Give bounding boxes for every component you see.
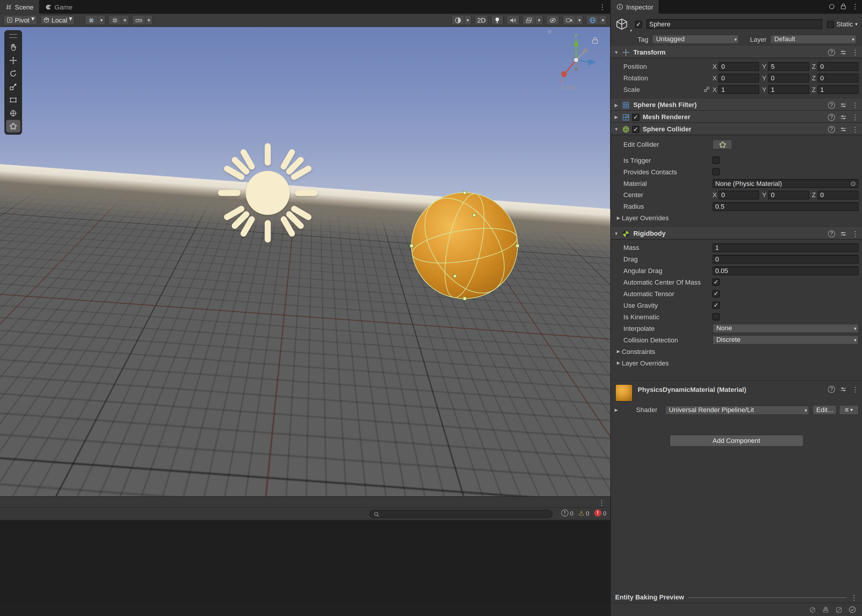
shading-mode-dropdown[interactable]: ▾	[451, 15, 472, 25]
mesh-renderer-header[interactable]: ▶ ✓ Mesh Renderer ? ⋮	[611, 111, 862, 123]
scene-camera-dropdown[interactable]: ▾	[562, 15, 583, 25]
mesh-filter-foldout-icon[interactable]: ▶	[613, 102, 620, 108]
gameobject-icon-button[interactable]: ▾	[615, 17, 632, 30]
is-trigger-checkbox[interactable]	[713, 157, 720, 163]
warning-count-toggle[interactable]: ⚠ 0	[578, 509, 589, 516]
status-ok-icon[interactable]	[848, 606, 857, 614]
layer-dropdown[interactable]: Default ▾	[770, 35, 856, 44]
rigidbody-help-icon[interactable]: ?	[828, 230, 835, 237]
mesh-renderer-enabled-checkbox[interactable]: ✓	[632, 113, 639, 121]
info-count-toggle[interactable]: ! 0	[561, 509, 573, 516]
material-presets-icon[interactable]	[840, 386, 847, 393]
mass-field[interactable]: 1	[713, 243, 859, 252]
material-foldout-icon[interactable]: ▶	[613, 408, 620, 413]
rigidbody-layer-overrides-foldout[interactable]: ▶ Layer Overrides	[611, 357, 860, 369]
scale-z-field[interactable]: 1	[818, 85, 859, 94]
scene-audio-toggle[interactable]	[507, 15, 520, 25]
tag-dropdown[interactable]: Untagged ▾	[652, 35, 739, 44]
gameobject-name-field[interactable]: Sphere	[647, 19, 823, 29]
console-panel-menu-icon[interactable]: ⋮	[598, 499, 605, 506]
sphere-object[interactable]	[407, 188, 522, 303]
static-dropdown-icon[interactable]: ▾	[855, 21, 857, 27]
angular-drag-field[interactable]: 0.05	[713, 266, 859, 275]
pivot-dropdown[interactable]: Pivot ▾	[3, 15, 37, 25]
mesh-renderer-menu-icon[interactable]: ⋮	[852, 113, 859, 121]
layers-status-icon[interactable]	[822, 606, 830, 614]
sphere-collider-enabled-checkbox[interactable]: ✓	[632, 126, 639, 133]
custom-editor-tool-button[interactable]	[6, 120, 20, 132]
tab-inspector[interactable]: Inspector	[611, 0, 659, 14]
provides-contacts-checkbox[interactable]	[713, 168, 720, 175]
transform-menu-icon[interactable]: ⋮	[852, 49, 859, 56]
tab-game[interactable]: Game	[39, 0, 78, 14]
constrain-proportions-icon[interactable]	[703, 86, 710, 93]
mesh-filter-help-icon[interactable]: ?	[828, 101, 835, 108]
radius-field[interactable]: 0.5	[713, 202, 859, 211]
static-checkbox[interactable]	[827, 21, 834, 28]
mesh-filter-menu-icon[interactable]: ⋮	[852, 101, 859, 108]
2d-toggle[interactable]: 2D	[474, 15, 488, 25]
mesh-renderer-help-icon[interactable]: ?	[828, 113, 835, 121]
transform-help-icon[interactable]: ?	[828, 49, 835, 56]
scale-y-field[interactable]: 1	[768, 85, 809, 94]
lock-icon[interactable]	[840, 3, 846, 10]
grid-snap-toggle[interactable]: ▾	[85, 15, 105, 25]
tab-scene[interactable]: Scene	[0, 0, 39, 14]
sphere-collider-presets-icon[interactable]	[840, 126, 847, 133]
edit-collider-button[interactable]	[713, 140, 732, 149]
entity-baking-menu-icon[interactable]: ⋮	[851, 594, 857, 601]
transform-tool-button[interactable]	[6, 107, 20, 119]
overlay-grip-handle[interactable]	[9, 34, 17, 38]
scale-tool-button[interactable]	[6, 80, 20, 93]
rigidbody-foldout-icon[interactable]: ▼	[613, 231, 620, 236]
rotation-y-field[interactable]: 0	[768, 73, 809, 82]
scene-viewport[interactable]: ≡ y z x ≡	[0, 27, 610, 496]
interpolate-dropdown[interactable]: None ▾	[713, 324, 859, 333]
auto-center-of-mass-checkbox[interactable]: ✓	[713, 279, 720, 286]
view-tool-button[interactable]	[6, 41, 20, 53]
material-help-icon[interactable]: ?	[828, 386, 835, 393]
collider-layer-overrides-foldout[interactable]: ▶ Layer Overrides	[611, 212, 860, 224]
collision-detection-dropdown[interactable]: Discrete ▾	[713, 335, 859, 345]
scale-x-field[interactable]: 1	[719, 85, 760, 94]
measure-tool[interactable]: ▾	[132, 15, 153, 25]
inspector-menu-icon[interactable]: ⋮	[852, 3, 859, 10]
drag-field[interactable]: 0	[713, 255, 859, 264]
scene-lighting-toggle[interactable]	[491, 15, 504, 25]
auto-tensor-checkbox[interactable]: ✓	[713, 290, 720, 297]
add-component-button[interactable]: Add Component	[669, 435, 804, 447]
rigidbody-presets-icon[interactable]	[840, 230, 847, 237]
entity-baking-preview-bar[interactable]: Entity Baking Preview ⋮	[611, 592, 862, 603]
use-gravity-checkbox[interactable]: ✓	[713, 302, 720, 309]
mesh-filter-presets-icon[interactable]	[840, 101, 847, 108]
rigidbody-header[interactable]: ▼ Rigidbody ? ⋮	[611, 227, 862, 239]
rigidbody-menu-icon[interactable]: ⋮	[852, 230, 859, 237]
rotate-tool-button[interactable]	[6, 67, 20, 80]
notifications-off-icon[interactable]	[809, 606, 816, 614]
shader-menu-button[interactable]: ≡ ▾	[839, 405, 859, 415]
sphere-collider-header[interactable]: ▼ ✓ Sphere Collider ? ⋮	[611, 123, 862, 135]
center-x-field[interactable]: 0	[719, 190, 760, 199]
position-z-field[interactable]: 0	[818, 62, 859, 71]
center-y-field[interactable]: 0	[768, 190, 809, 199]
transform-header[interactable]: ▼ Transform ? ⋮	[611, 46, 862, 58]
projection-mode[interactable]: ≡ Iso	[561, 83, 576, 91]
shader-dropdown[interactable]: Universal Render Pipeline/Lit ▾	[665, 405, 809, 415]
shader-edit-button[interactable]: Edit...	[812, 405, 837, 415]
mesh-filter-header[interactable]: ▶ Sphere (Mesh Filter) ? ⋮	[611, 99, 862, 111]
sphere-collider-help-icon[interactable]: ?	[828, 126, 835, 133]
is-kinematic-checkbox[interactable]	[713, 313, 720, 321]
mesh-renderer-foldout-icon[interactable]: ▶	[613, 115, 620, 119]
sphere-collider-foldout-icon[interactable]: ▼	[613, 127, 620, 132]
console-search-input[interactable]	[369, 510, 553, 518]
object-picker-icon[interactable]: ⊙	[851, 179, 856, 187]
scene-effects-dropdown[interactable]: ▾	[523, 15, 543, 25]
error-count-toggle[interactable]: ! 0	[594, 509, 606, 516]
console-log-area[interactable]	[0, 520, 610, 603]
material-thumbnail[interactable]	[615, 384, 633, 402]
sphere-collider-menu-icon[interactable]: ⋮	[852, 126, 859, 133]
circle-icon[interactable]	[829, 3, 835, 9]
transform-foldout-icon[interactable]: ▼	[613, 50, 620, 55]
position-x-field[interactable]: 0	[719, 62, 760, 71]
baking-off-icon[interactable]	[835, 606, 843, 614]
